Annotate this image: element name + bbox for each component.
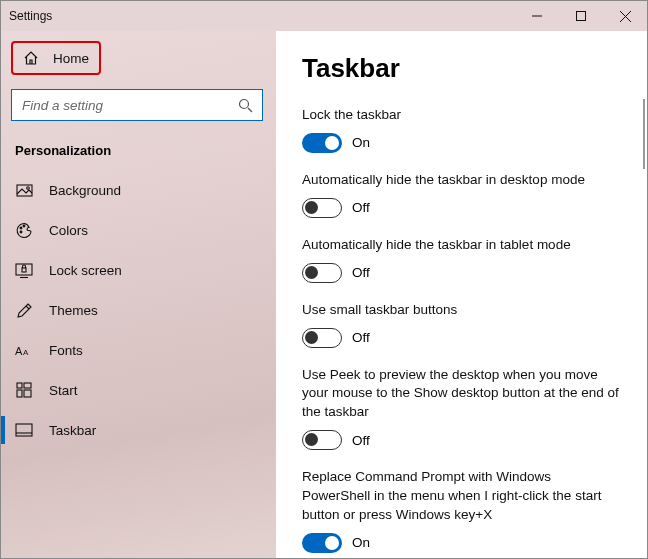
themes-icon xyxy=(15,301,33,319)
minimize-button[interactable] xyxy=(515,1,559,31)
toggle-switch[interactable] xyxy=(302,263,342,283)
sidebar-item-fonts[interactable]: AAFonts xyxy=(11,330,266,370)
svg-text:A: A xyxy=(23,348,29,357)
toggle-knob xyxy=(325,136,339,150)
setting-label: Use Peek to preview the desktop when you… xyxy=(302,366,622,423)
search-icon xyxy=(236,96,254,114)
home-label: Home xyxy=(53,51,89,66)
sidebar-item-label: Themes xyxy=(49,303,98,318)
toggle-state-label: Off xyxy=(352,265,370,280)
taskbar-icon xyxy=(15,421,33,439)
svg-point-4 xyxy=(239,99,248,108)
picture-icon xyxy=(15,181,33,199)
sidebar-item-label: Fonts xyxy=(49,343,83,358)
svg-rect-11 xyxy=(16,264,32,275)
sidebar-item-taskbar[interactable]: Taskbar xyxy=(11,410,266,450)
setting-label: Replace Command Prompt with Windows Powe… xyxy=(302,468,622,525)
lockscreen-icon xyxy=(15,261,33,279)
settings-window: Settings Home Personalization Backgrou xyxy=(0,0,648,559)
toggle-knob xyxy=(305,266,318,279)
toggle-row: Off xyxy=(302,430,631,450)
window-title: Settings xyxy=(9,9,52,23)
home-icon xyxy=(23,49,39,67)
setting-block: Automatically hide the taskbar in deskto… xyxy=(302,171,631,218)
search-input[interactable] xyxy=(22,98,236,113)
svg-line-14 xyxy=(26,306,29,309)
toggle-row: On xyxy=(302,133,631,153)
sidebar-item-lock-screen[interactable]: Lock screen xyxy=(11,250,266,290)
scrollbar[interactable] xyxy=(643,99,645,169)
settings-list: Lock the taskbarOnAutomatically hide the… xyxy=(302,106,631,558)
fonts-icon: AA xyxy=(15,341,33,359)
svg-rect-21 xyxy=(16,424,32,436)
client-area: Home Personalization BackgroundColorsLoc… xyxy=(1,31,647,558)
sidebar-item-label: Start xyxy=(49,383,78,398)
svg-rect-1 xyxy=(577,12,586,21)
svg-rect-17 xyxy=(17,383,22,388)
toggle-state-label: Off xyxy=(352,330,370,345)
toggle-row: Off xyxy=(302,263,631,283)
svg-text:A: A xyxy=(15,345,23,357)
window-controls xyxy=(515,1,647,31)
setting-label: Automatically hide the taskbar in tablet… xyxy=(302,236,622,255)
close-button[interactable] xyxy=(603,1,647,31)
start-icon xyxy=(15,381,33,399)
sidebar-item-colors[interactable]: Colors xyxy=(11,210,266,250)
setting-block: Use small taskbar buttonsOff xyxy=(302,301,631,348)
sidebar-item-label: Colors xyxy=(49,223,88,238)
svg-rect-20 xyxy=(24,390,31,397)
sidebar-item-label: Taskbar xyxy=(49,423,96,438)
svg-rect-19 xyxy=(17,390,22,397)
sidebar-item-label: Lock screen xyxy=(49,263,122,278)
toggle-row: Off xyxy=(302,198,631,218)
toggle-switch[interactable] xyxy=(302,198,342,218)
toggle-state-label: Off xyxy=(352,433,370,448)
setting-block: Replace Command Prompt with Windows Powe… xyxy=(302,468,631,553)
toggle-knob xyxy=(325,536,339,550)
toggle-state-label: Off xyxy=(352,200,370,215)
svg-point-9 xyxy=(20,231,22,233)
maximize-button[interactable] xyxy=(559,1,603,31)
sidebar-item-themes[interactable]: Themes xyxy=(11,290,266,330)
main-panel: Taskbar Lock the taskbarOnAutomatically … xyxy=(276,31,647,558)
toggle-row: Off xyxy=(302,328,631,348)
titlebar: Settings xyxy=(1,1,647,31)
sidebar-item-label: Background xyxy=(49,183,121,198)
setting-label: Use small taskbar buttons xyxy=(302,301,622,320)
toggle-switch[interactable] xyxy=(302,430,342,450)
page-title: Taskbar xyxy=(302,53,631,84)
toggle-knob xyxy=(305,433,318,446)
setting-label: Lock the taskbar xyxy=(302,106,622,125)
svg-rect-18 xyxy=(24,383,31,388)
toggle-row: On xyxy=(302,533,631,553)
sidebar: Home Personalization BackgroundColorsLoc… xyxy=(1,31,276,558)
toggle-switch[interactable] xyxy=(302,328,342,348)
svg-point-7 xyxy=(26,186,29,189)
toggle-switch[interactable] xyxy=(302,533,342,553)
search-box[interactable] xyxy=(11,89,263,121)
toggle-knob xyxy=(305,201,318,214)
toggle-state-label: On xyxy=(352,135,370,150)
toggle-switch[interactable] xyxy=(302,133,342,153)
section-header: Personalization xyxy=(11,143,266,158)
setting-label: Automatically hide the taskbar in deskto… xyxy=(302,171,622,190)
setting-block: Use Peek to preview the desktop when you… xyxy=(302,366,631,451)
sidebar-item-background[interactable]: Background xyxy=(11,170,266,210)
palette-icon xyxy=(15,221,33,239)
svg-line-5 xyxy=(248,108,252,112)
home-button[interactable]: Home xyxy=(11,41,101,75)
svg-point-8 xyxy=(20,227,22,229)
svg-point-10 xyxy=(23,225,25,227)
toggle-knob xyxy=(305,331,318,344)
sidebar-item-start[interactable]: Start xyxy=(11,370,266,410)
setting-block: Lock the taskbarOn xyxy=(302,106,631,153)
setting-block: Automatically hide the taskbar in tablet… xyxy=(302,236,631,283)
nav-list: BackgroundColorsLock screenThemesAAFonts… xyxy=(11,170,266,450)
toggle-state-label: On xyxy=(352,535,370,550)
svg-rect-13 xyxy=(22,268,26,272)
